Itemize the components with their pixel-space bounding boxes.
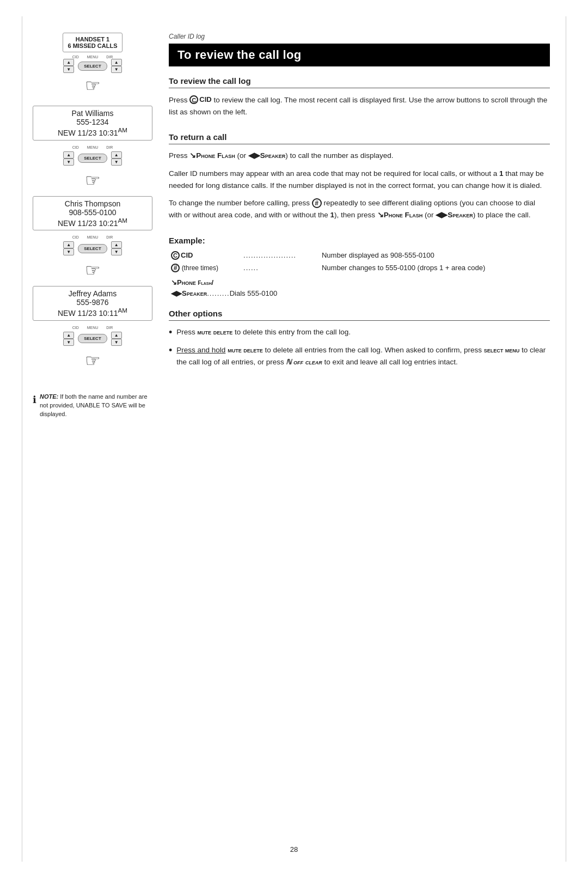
right-column: Caller ID log To review the call log To …	[169, 33, 550, 419]
example-row-1: C CID ..................... Number displ…	[169, 249, 550, 262]
call-entry-3-display: Jeffrey Adams 555-9876 NEW 11/23 10:11AM	[33, 286, 152, 321]
dir-label-2: DIR	[106, 145, 113, 149]
select-button-3[interactable]: SELECT	[78, 244, 107, 253]
dir-label-3: DIR	[106, 235, 113, 239]
note-text: NOTE: If both the name and number are no…	[40, 393, 152, 419]
up-arrow-btn-3[interactable]: ▲	[63, 241, 74, 248]
left-column: HANDSET 1 6 MISSED CALLS CID MENU DIR ▲ …	[33, 33, 152, 419]
subsection-review-heading: To review the call log	[169, 76, 550, 88]
bullet-dot-2: •	[169, 345, 172, 357]
handset-line2: 6 MISSED CALLS	[68, 42, 117, 49]
page-label: Caller ID log	[169, 33, 550, 40]
down-arrow-btn-4[interactable]: ▼	[63, 339, 74, 346]
call-entry-1: Pat Williams 555-1234 NEW 11/23 10:31AM …	[33, 106, 152, 191]
call-entry-1-display: Pat Williams 555-1234 NEW 11/23 10:31AM	[33, 106, 152, 141]
right-down-arrow-2[interactable]: ▼	[111, 158, 122, 166]
bullet-item-2: • Press and hold mute delete to delete a…	[169, 344, 550, 369]
other-options-section: Other options • Press mute delete to del…	[169, 309, 550, 374]
cid-label-2: CID	[72, 145, 79, 149]
call-status-1: NEW 11/23 10:31AM	[38, 126, 148, 137]
down-arrow-btn-2[interactable]: ▼	[63, 158, 74, 166]
subsection-return: To return a call Press ↘Phone Flash (or …	[169, 132, 550, 227]
example-dots-2: ......	[241, 262, 320, 275]
dir-label: DIR	[106, 55, 113, 59]
caller-number-3: 555-9876	[38, 298, 148, 307]
example-table: C CID ..................... Number displ…	[169, 249, 550, 301]
page-border-right	[566, 16, 566, 862]
example-value-2: Number changes to 555-0100 (drops 1 + ar…	[320, 262, 550, 275]
note-section: ℹ NOTE: If both the name and number are …	[33, 393, 152, 419]
menu-label-2: MENU	[87, 145, 99, 149]
call-entry-2-display: Chris Thompson 908-555-0100 NEW 11/23 10…	[33, 196, 152, 231]
call-status-2: NEW 11/23 10:21AM	[38, 217, 148, 228]
right-up-arrow-2[interactable]: ▲	[111, 151, 122, 158]
caller-name-1: Pat Williams	[38, 109, 148, 118]
bullet-text-1: Press mute delete to delete this entry f…	[176, 326, 550, 338]
up-arrow-btn-2[interactable]: ▲	[63, 151, 74, 158]
cid-label-4: CID	[72, 326, 79, 330]
select-button[interactable]: SELECT	[78, 62, 107, 71]
bullet-text-2: Press and hold mute delete to delete all…	[176, 344, 550, 369]
return-para-3: To change the number before calling, pre…	[169, 197, 550, 222]
select-button-4[interactable]: SELECT	[78, 334, 107, 343]
example-phone-flash: ↘Phone Flash/ ◀▶Speaker.........Dials 55…	[169, 275, 550, 301]
hand-icon-4: ☞	[85, 350, 101, 371]
other-options-heading: Other options	[169, 309, 550, 321]
menu-label-3: MENU	[87, 235, 99, 239]
right-up-arrow[interactable]: ▲	[111, 59, 122, 66]
return-para-1: Press ↘Phone Flash (or ◀▶Speaker) to cal…	[169, 150, 550, 162]
example-section: Example: C CID ..................... Num…	[169, 236, 550, 301]
example-key-2: # (three times)	[169, 262, 241, 275]
bullet-dot-1: •	[169, 327, 172, 339]
example-heading: Example:	[169, 236, 550, 245]
up-arrow-btn-4[interactable]: ▲	[63, 332, 74, 339]
hand-icon-3: ☞	[85, 260, 101, 281]
call-entry-2: Chris Thompson 908-555-0100 NEW 11/23 10…	[33, 196, 152, 281]
down-arrow-btn[interactable]: ▼	[63, 66, 74, 73]
caller-number-2: 908-555-0100	[38, 208, 148, 217]
right-up-arrow-3[interactable]: ▲	[111, 241, 122, 248]
right-down-arrow-4[interactable]: ▼	[111, 339, 122, 346]
right-up-arrow-4[interactable]: ▲	[111, 332, 122, 339]
menu-label-4: MENU	[87, 326, 99, 330]
page-border-left	[22, 16, 22, 862]
hand-icon-1: ☞	[85, 75, 101, 96]
down-arrow-btn-3[interactable]: ▼	[63, 248, 74, 255]
cid-label: CID	[72, 55, 79, 59]
select-button-2[interactable]: SELECT	[78, 154, 107, 163]
cid-label-3: CID	[72, 235, 79, 239]
example-value-1: Number displayed as 908-555-0100	[320, 249, 550, 262]
info-icon: ℹ	[33, 393, 36, 407]
example-row-3: ↘Phone Flash/ ◀▶Speaker.........Dials 55…	[169, 275, 550, 301]
subsection-return-heading: To return a call	[169, 132, 550, 144]
menu-label: MENU	[87, 55, 99, 59]
example-key-1: C CID	[169, 249, 241, 262]
example-row-2: # (three times) ...... Number changes to…	[169, 262, 550, 275]
hand-icon-2: ☞	[85, 170, 101, 191]
bullet-item-1: • Press mute delete to delete this entry…	[169, 326, 550, 339]
return-para-2: Caller ID numbers may appear with an are…	[169, 168, 550, 192]
note-bold: NOTE:	[40, 393, 58, 400]
caller-name-3: Jeffrey Adams	[38, 289, 148, 298]
handset-display-group: HANDSET 1 6 MISSED CALLS CID MENU DIR ▲ …	[33, 33, 152, 96]
example-dots-1: .....................	[241, 249, 320, 262]
up-arrow-btn[interactable]: ▲	[63, 59, 74, 66]
caller-number-1: 555-1234	[38, 118, 148, 126]
handset-display: HANDSET 1 6 MISSED CALLS	[63, 33, 122, 52]
right-down-arrow-3[interactable]: ▼	[111, 248, 122, 255]
right-down-arrow[interactable]: ▼	[111, 66, 122, 73]
call-status-3: NEW 11/23 10:11AM	[38, 307, 148, 318]
handset-line1: HANDSET 1	[68, 36, 117, 42]
other-options-list: • Press mute delete to delete this entry…	[169, 326, 550, 368]
review-para-1: Press CCID to review the call log. The m…	[169, 94, 550, 118]
page-number: 28	[0, 845, 588, 853]
section-title-bar: To review the call log	[169, 44, 550, 66]
section-title: To review the call log	[177, 48, 301, 62]
dir-label-4: DIR	[106, 326, 113, 330]
call-entry-3: Jeffrey Adams 555-9876 NEW 11/23 10:11AM…	[33, 286, 152, 371]
subsection-review: To review the call log Press CCID to rev…	[169, 76, 550, 124]
caller-name-2: Chris Thompson	[38, 199, 148, 208]
